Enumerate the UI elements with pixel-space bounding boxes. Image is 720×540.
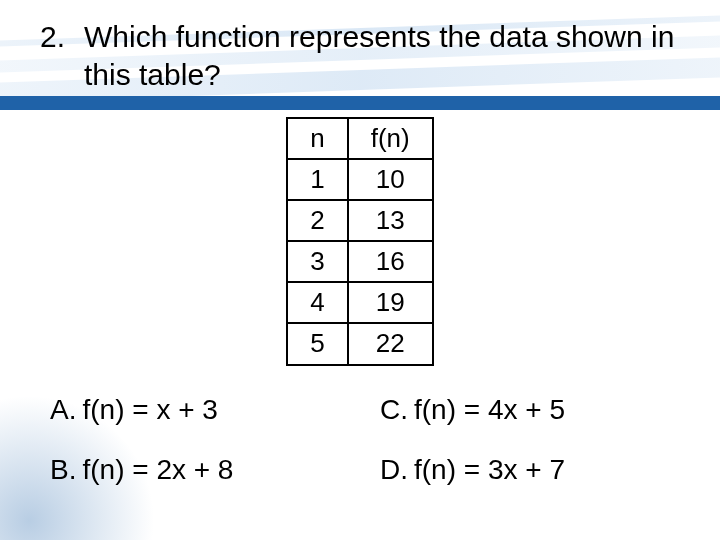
- choice-label: D.: [380, 454, 408, 486]
- cell-n: 1: [287, 159, 347, 200]
- table-row: 1 10: [287, 159, 432, 200]
- cell-fn: 10: [348, 159, 433, 200]
- choice-label: C.: [380, 394, 408, 426]
- cell-fn: 16: [348, 241, 433, 282]
- cell-fn: 22: [348, 323, 433, 364]
- table-header-n: n: [287, 118, 347, 159]
- question: 2. Which function represents the data sh…: [40, 18, 680, 93]
- table-row: 3 16: [287, 241, 432, 282]
- slide-content: 2. Which function represents the data sh…: [0, 0, 720, 540]
- choice-c: C. f(n) = 4x + 5: [380, 394, 670, 426]
- data-table-wrap: n f(n) 1 10 2 13 3 16 4 19 5 22: [40, 117, 680, 366]
- choice-expression: f(n) = 4x + 5: [414, 394, 565, 426]
- table-row: n f(n): [287, 118, 432, 159]
- choice-label: A.: [50, 394, 76, 426]
- question-number: 2.: [40, 18, 84, 93]
- cell-fn: 19: [348, 282, 433, 323]
- cell-n: 2: [287, 200, 347, 241]
- table-row: 5 22: [287, 323, 432, 364]
- answer-choices: A. f(n) = x + 3 C. f(n) = 4x + 5 B. f(n)…: [40, 394, 680, 486]
- cell-fn: 13: [348, 200, 433, 241]
- choice-d: D. f(n) = 3x + 7: [380, 454, 670, 486]
- cell-n: 5: [287, 323, 347, 364]
- choice-a: A. f(n) = x + 3: [50, 394, 340, 426]
- choice-b: B. f(n) = 2x + 8: [50, 454, 340, 486]
- table-header-fn: f(n): [348, 118, 433, 159]
- choice-expression: f(n) = x + 3: [82, 394, 217, 426]
- data-table: n f(n) 1 10 2 13 3 16 4 19 5 22: [286, 117, 433, 366]
- question-text: Which function represents the data shown…: [84, 18, 680, 93]
- choice-label: B.: [50, 454, 76, 486]
- cell-n: 4: [287, 282, 347, 323]
- choice-expression: f(n) = 3x + 7: [414, 454, 565, 486]
- table-row: 4 19: [287, 282, 432, 323]
- cell-n: 3: [287, 241, 347, 282]
- choice-expression: f(n) = 2x + 8: [82, 454, 233, 486]
- table-row: 2 13: [287, 200, 432, 241]
